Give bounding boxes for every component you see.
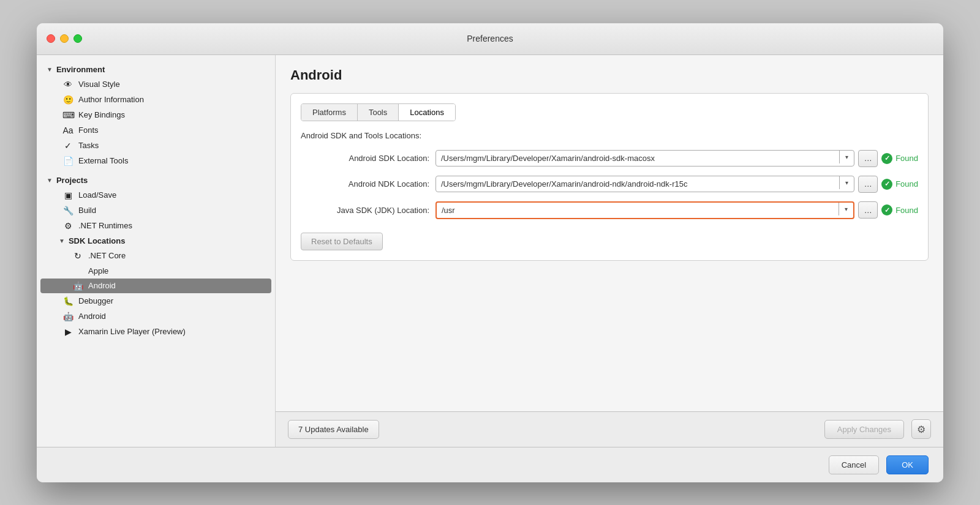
external-tools-label: External Tools — [78, 156, 128, 165]
jdk-location-input-wrap: ▾ … ✓ Found — [435, 201, 918, 219]
ok-button[interactable]: OK — [886, 455, 929, 474]
author-icon: 🙂 — [62, 95, 74, 105]
sidebar-item-net-runtimes[interactable]: ⚙ .NET Runtimes — [40, 219, 271, 233]
xamarin-live-label: Xamarin Live Player (Preview) — [78, 327, 186, 336]
jdk-found-label: Found — [895, 206, 918, 215]
sidebar-item-build[interactable]: 🔧 Build — [40, 203, 271, 218]
cancel-button[interactable]: Cancel — [829, 455, 879, 474]
android-label: Android — [88, 281, 116, 290]
sdk-dropdown-icon[interactable]: ▾ — [839, 151, 854, 163]
tab-locations[interactable]: Locations — [399, 104, 455, 121]
sidebar: ▼ Environment 👁 Visual Style 🙂 Author In… — [37, 55, 276, 447]
jdk-dropdown-icon[interactable]: ▾ — [839, 203, 853, 215]
jdk-location-row: Java SDK (JDK) Location: ▾ … ✓ Found — [301, 201, 918, 219]
net-core-icon: ↻ — [72, 251, 83, 261]
ndk-found-label: Found — [895, 179, 918, 189]
sidebar-item-android2[interactable]: 🤖 Android — [40, 309, 271, 324]
jdk-found-status: ✓ Found — [881, 204, 918, 215]
sidebar-item-debugger[interactable]: 🐛 Debugger — [40, 294, 271, 309]
section-label: Android SDK and Tools Locations: — [301, 131, 918, 140]
tab-platforms[interactable]: Platforms — [301, 104, 358, 121]
close-button[interactable] — [47, 34, 55, 43]
load-save-label: Load/Save — [78, 190, 116, 200]
sdk-location-label: Android SDK Location: — [301, 154, 429, 163]
load-save-icon: ▣ — [62, 190, 74, 200]
build-icon: 🔧 — [62, 206, 74, 215]
ndk-dropdown-icon[interactable]: ▾ — [839, 176, 854, 189]
sdk-location-input[interactable]: ▾ — [435, 150, 854, 166]
window-body: ▼ Environment 👁 Visual Style 🙂 Author In… — [37, 55, 943, 447]
ndk-location-label: Android NDK Location: — [301, 179, 429, 189]
visual-style-label: Visual Style — [78, 80, 120, 89]
page-title: Android — [290, 67, 929, 83]
fonts-label: Fonts — [78, 125, 99, 135]
projects-arrow-icon: ▼ — [47, 177, 53, 184]
sidebar-item-apple[interactable]: Apple — [40, 264, 271, 278]
environment-label: Environment — [56, 65, 105, 74]
environment-arrow-icon: ▼ — [47, 66, 53, 73]
build-label: Build — [78, 206, 96, 215]
jdk-found-icon: ✓ — [881, 204, 892, 215]
content-box: Platforms Tools Locations Android SDK an… — [290, 93, 929, 261]
sdk-location-row: Android SDK Location: ▾ … ✓ Found — [301, 150, 918, 167]
jdk-location-input[interactable]: ▾ — [435, 201, 854, 219]
sidebar-item-net-core[interactable]: ↻ .NET Core — [40, 249, 271, 263]
traffic-lights — [47, 34, 82, 43]
net-runtimes-label: .NET Runtimes — [78, 221, 132, 230]
window-title: Preferences — [467, 34, 513, 43]
external-tools-icon: 📄 — [62, 156, 74, 166]
ndk-location-input[interactable]: ▾ — [435, 176, 854, 192]
sidebar-item-android[interactable]: 🤖 Android — [40, 279, 271, 293]
minimize-button[interactable] — [60, 34, 69, 43]
ndk-location-field[interactable] — [436, 176, 839, 192]
android-icon: 🤖 — [72, 281, 83, 291]
key-bindings-icon: ⌨ — [62, 110, 74, 120]
sidebar-section-sdk-locations[interactable]: ▼ SDK Locations — [37, 234, 275, 248]
sidebar-item-tasks[interactable]: ✓ Tasks — [40, 138, 271, 153]
sidebar-item-visual-style[interactable]: 👁 Visual Style — [40, 77, 271, 92]
ndk-browse-button[interactable]: … — [858, 176, 878, 193]
sdk-found-status: ✓ Found — [881, 153, 918, 164]
sidebar-section-environment[interactable]: ▼ Environment — [37, 62, 275, 77]
titlebar: Preferences — [37, 23, 943, 55]
net-runtimes-icon: ⚙ — [62, 221, 74, 231]
tab-tools[interactable]: Tools — [358, 104, 399, 121]
visual-style-icon: 👁 — [62, 80, 74, 89]
jdk-browse-button[interactable]: … — [858, 201, 878, 219]
sdk-browse-button[interactable]: … — [858, 150, 878, 167]
settings-icon-button[interactable]: ⚙ — [911, 419, 931, 439]
ndk-found-status: ✓ Found — [881, 179, 918, 190]
apply-changes-button[interactable]: Apply Changes — [824, 420, 904, 439]
ndk-location-row: Android NDK Location: ▾ … ✓ Found — [301, 176, 918, 193]
sdk-found-label: Found — [895, 154, 918, 163]
tasks-label: Tasks — [78, 141, 99, 150]
maximize-button[interactable] — [74, 34, 82, 43]
ndk-location-input-wrap: ▾ … ✓ Found — [435, 176, 918, 193]
key-bindings-label: Key Bindings — [78, 110, 125, 119]
sidebar-item-load-save[interactable]: ▣ Load/Save — [40, 188, 271, 203]
author-information-label: Author Information — [78, 95, 144, 104]
jdk-location-field[interactable] — [437, 203, 839, 218]
android2-label: Android — [78, 312, 106, 321]
tabs: Platforms Tools Locations — [301, 103, 456, 121]
updates-button[interactable]: 7 Updates Available — [288, 420, 379, 439]
main-content: Android Platforms Tools Locations — [276, 55, 943, 447]
net-core-label: .NET Core — [88, 251, 126, 260]
sdk-found-icon: ✓ — [881, 153, 892, 164]
sidebar-item-fonts[interactable]: Aa Fonts — [40, 123, 271, 138]
fonts-icon: Aa — [62, 125, 74, 135]
preferences-window: Preferences ▼ Environment 👁 Visual Style… — [37, 23, 943, 482]
reset-defaults-button[interactable]: Reset to Defaults — [301, 233, 383, 250]
sidebar-item-author-information[interactable]: 🙂 Author Information — [40, 92, 271, 107]
sidebar-item-xamarin-live[interactable]: ▶ Xamarin Live Player (Preview) — [40, 324, 271, 339]
sdk-location-field[interactable] — [436, 151, 839, 166]
sdk-arrow-icon: ▼ — [59, 238, 65, 244]
debugger-icon: 🐛 — [62, 296, 74, 306]
sidebar-item-external-tools[interactable]: 📄 External Tools — [40, 154, 271, 168]
sidebar-item-key-bindings[interactable]: ⌨ Key Bindings — [40, 108, 271, 122]
tasks-icon: ✓ — [62, 141, 74, 151]
android2-icon: 🤖 — [62, 312, 74, 321]
sidebar-section-projects[interactable]: ▼ Projects — [37, 173, 275, 187]
sdk-location-input-wrap: ▾ … ✓ Found — [435, 150, 918, 167]
sdk-locations-label: SDK Locations — [69, 236, 125, 245]
